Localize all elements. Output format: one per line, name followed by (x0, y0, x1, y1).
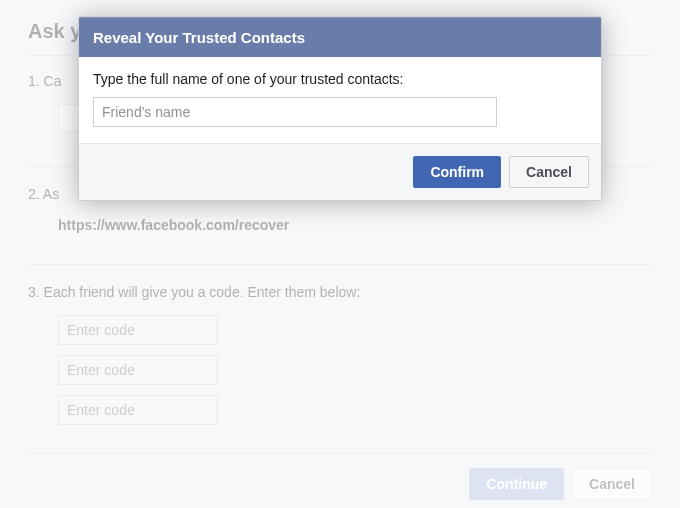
friend-name-input[interactable] (93, 97, 497, 127)
modal-footer: Confirm Cancel (79, 143, 601, 200)
reveal-trusted-contacts-modal: Reveal Your Trusted Contacts Type the fu… (78, 16, 602, 201)
modal-cancel-button[interactable]: Cancel (509, 156, 589, 188)
modal-title: Reveal Your Trusted Contacts (79, 17, 601, 57)
modal-instruction-text: Type the full name of one of your truste… (93, 71, 587, 87)
confirm-button[interactable]: Confirm (413, 156, 501, 188)
